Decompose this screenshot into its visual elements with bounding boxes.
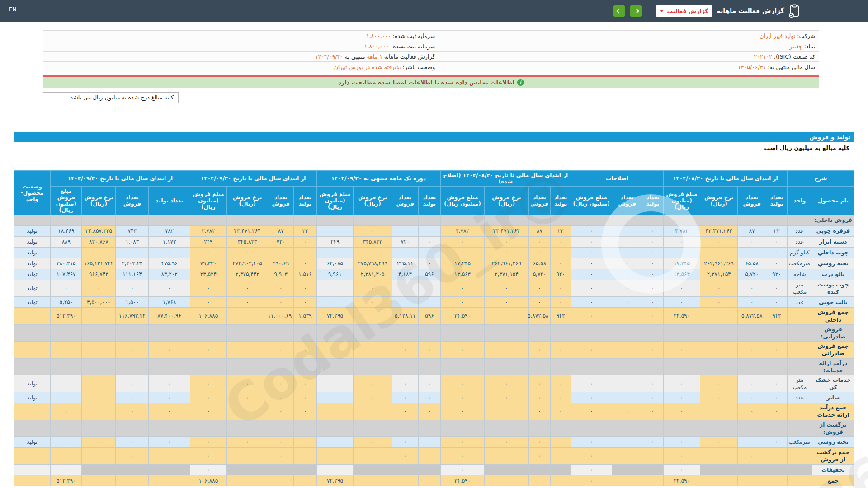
table-cell: [294, 358, 317, 375]
table-cell: ۰: [419, 342, 441, 358]
table-cell: [419, 280, 441, 297]
total-row: جمع فروش صادراتی۰۰۰۰۰۰۰۰۰۰۰۰۰۰۰۰۰۰: [14, 342, 854, 358]
table-cell: [392, 420, 419, 436]
table-cell: [738, 215, 766, 226]
table-cell: ۰: [551, 297, 571, 308]
table-cell: ۰: [316, 392, 353, 403]
table-cell: [419, 324, 441, 341]
table-cell: [642, 465, 664, 475]
table-cell: [485, 358, 528, 375]
table-cell: [528, 358, 551, 375]
unit-cell: مترمکعب: [787, 258, 812, 269]
info-label: وضعیت ناشر:: [401, 64, 435, 70]
table-cell: ۰: [226, 437, 268, 448]
table-cell: [268, 215, 294, 226]
section-unit-note: کلیه مبالغ به میلیون ریال است: [14, 142, 854, 154]
table-cell: ۵,۷۲۰: [738, 269, 766, 280]
table-cell: ۰: [571, 403, 612, 420]
table-cell: ۰: [316, 437, 353, 448]
unit-cell: [787, 403, 812, 420]
table-cell: [612, 437, 642, 448]
table-cell: ۱۱۱,۱۶۴: [116, 269, 149, 280]
table-cell: ۰: [51, 403, 82, 420]
table-cell: ۰: [226, 248, 268, 258]
column-header: نرخ فروش (ریال): [226, 187, 268, 215]
report-type-label: گزارش فعالیت: [667, 8, 708, 14]
table-cell: [149, 215, 190, 226]
table-cell: [485, 324, 528, 341]
table-cell: ۰: [419, 258, 441, 269]
language-switch-en[interactable]: EN: [9, 6, 17, 13]
table-cell: ۰: [440, 237, 484, 248]
table-cell: ۹۲۰: [551, 269, 571, 280]
table-cell: ۵,۷۲۰: [528, 269, 551, 280]
table-cell: ۰: [642, 269, 664, 280]
table-cell: ۰: [551, 237, 571, 248]
header-row: نام محصولواحدتعداد تولیدتعداد فروشنرخ فر…: [14, 187, 854, 215]
table-cell: ۳,۵۰۰,۰۰۰: [82, 297, 116, 308]
report-type-dropdown[interactable]: گزارش فعالیت: [656, 5, 712, 17]
table-cell: ۰: [738, 448, 766, 465]
table-cell: [440, 358, 484, 375]
next-report-button[interactable]: [630, 5, 642, 17]
table-cell: ۰: [268, 392, 294, 403]
table-cell: ۰: [528, 280, 551, 297]
table-cell: ۰: [642, 437, 664, 448]
status-cell: تولید: [14, 437, 51, 448]
chevron-right-icon: [634, 9, 639, 13]
table-cell: ۰: [612, 258, 642, 269]
table-cell: ۰: [149, 280, 190, 297]
info-cell-left: سرمایه ثبت نشده: ۱,۸۰۰,۰۰۰: [43, 41, 439, 52]
page-title: گزارش فعالیت ماهانه: [717, 7, 784, 14]
table-cell: [226, 420, 268, 436]
table-cell: ۰: [612, 248, 642, 258]
table-cell: [766, 475, 788, 486]
table-cell: [551, 437, 571, 448]
table-cell: ۰: [551, 375, 571, 392]
table-cell: [528, 465, 551, 475]
table-cell: [354, 420, 392, 436]
table-cell: [612, 475, 642, 486]
section-row: برگشت از فروش:: [14, 420, 854, 436]
table-cell: ۱۷,۲۴۵: [440, 258, 484, 269]
unit-cell: [787, 215, 812, 226]
previous-report-button[interactable]: [613, 5, 625, 17]
table-cell: [82, 420, 116, 436]
table-cell: ۰: [663, 237, 700, 248]
table-cell: [642, 448, 664, 465]
table-cell: ۰: [392, 375, 419, 392]
table-cell: [190, 324, 226, 341]
table-row: قرقره چوبيعدد۲۳۸۷۴۳,۴۷۱,۲۶۴۳,۷۸۲۰۰۰۲۳۸۷۴…: [14, 226, 854, 237]
table-cell: ۰: [294, 375, 317, 392]
table-cell: [642, 475, 664, 486]
table-cell: ۰: [316, 297, 353, 308]
column-header: تعداد تولید: [294, 187, 317, 215]
table-cell: [268, 465, 294, 475]
table-cell: ۰: [226, 375, 268, 392]
table-cell: ۱,۵۱۶: [294, 269, 317, 280]
row-label: قرقره چوبي: [812, 226, 854, 237]
table-row: چوب پوست کندهمتر مکعب۰۰۰۰۰۰۰۰۰۰۰۰۰۰۰۰۰۰۰…: [14, 280, 854, 297]
table-cell: ۰: [528, 448, 551, 465]
table-cell: ۲,۳۸۱,۳۰۵: [354, 269, 392, 280]
column-header: تعداد فروش: [738, 187, 766, 215]
table-cell: ۰: [571, 226, 612, 237]
table-cell: ۰: [766, 392, 788, 403]
unit-cell: [787, 420, 812, 436]
table-cell: ۰: [663, 437, 700, 448]
column-header: مبلغ فروش (میلیون ریال): [440, 187, 484, 215]
unit-cell: [787, 308, 812, 324]
table-cell: [551, 465, 571, 475]
unit-cell: مترمکعب: [787, 437, 812, 448]
info-cell-right: سال مالی منتهی به: ۱۴۰۵/۰۶/۳۱: [439, 62, 819, 72]
company-info-section: شرکت: تولید فیبر ایران سرمایه ثبت شده: ۱…: [43, 30, 819, 103]
table-cell: ۰: [116, 392, 149, 403]
table-cell: ۰: [642, 342, 664, 358]
table-cell: [642, 215, 664, 226]
table-cell: ۰: [642, 375, 664, 392]
table-cell: ۰: [268, 280, 294, 297]
info-label: منتهی به: [343, 53, 365, 60]
table-cell: ۱۶۵,۱۲۱,۷۴۲: [82, 258, 116, 269]
table-row: سایرعدد۰۰۰۰۰۰۰۰۰۰۰۰۰۰۰۰۰۰۰۰۰۰۰تولید: [14, 392, 854, 403]
table-cell: ۰: [642, 392, 664, 403]
